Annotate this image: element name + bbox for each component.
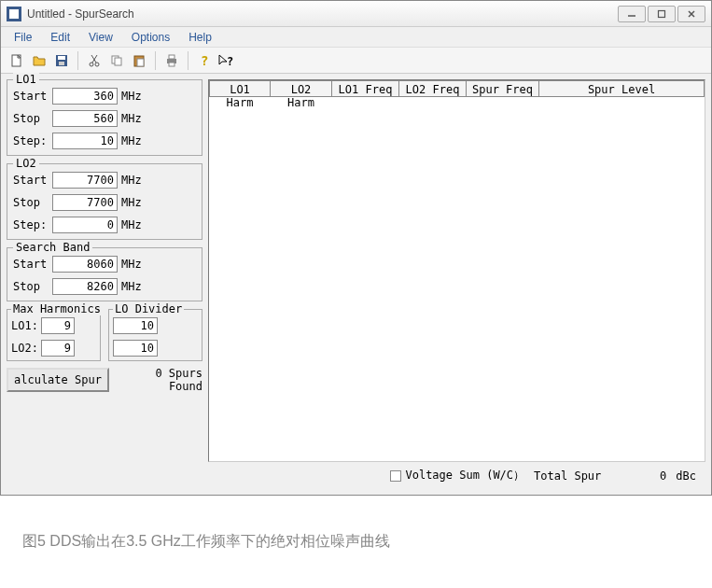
content-area: LO1 Start MHz Stop MHz Step: MHz	[1, 74, 711, 495]
svg-marker-5	[34, 57, 45, 65]
results-table: LO1 Harm LO2 Harm LO1 Freq LO2 Freq Spur…	[208, 79, 705, 462]
menubar: File Edit View Options Help	[1, 27, 711, 48]
svg-rect-8	[59, 62, 64, 65]
lo2-step-input[interactable]	[52, 217, 118, 233]
figure-caption: 图5 DDS输出在3.5 GHz工作频率下的绝对相位噪声曲线	[22, 532, 390, 552]
toolbar: ? ?	[1, 48, 711, 74]
menu-file[interactable]: File	[7, 29, 39, 46]
lodiv-group: LO Divider	[108, 309, 202, 361]
app-icon	[7, 7, 21, 21]
lo1-start-label: Start	[13, 90, 49, 103]
total-spur-value: 0	[610, 469, 666, 483]
total-spur-label: Total Spur	[534, 469, 601, 483]
col-spurfreq[interactable]: Spur Freq	[467, 80, 539, 97]
lo2-legend: LO2	[13, 157, 39, 170]
sb-stop-label: Stop	[13, 280, 49, 293]
lo1-legend: LO1	[13, 73, 39, 86]
lo2-step-unit: MHz	[121, 218, 146, 231]
lodiv-1-input[interactable]	[113, 317, 158, 334]
maxharm-legend: Max Harmonics	[11, 302, 103, 315]
menu-options[interactable]: Options	[124, 29, 177, 46]
print-button[interactable]	[161, 50, 182, 71]
copy-button[interactable]	[106, 50, 127, 71]
total-spur-unit: dBc	[676, 469, 696, 483]
menu-view[interactable]: View	[81, 29, 120, 46]
svg-rect-18	[169, 55, 175, 59]
right-panel: LO1 Harm LO2 Harm LO1 Freq LO2 Freq Spur…	[208, 79, 705, 489]
svg-marker-21	[219, 55, 227, 64]
lo1-stop-label: Stop	[13, 112, 49, 125]
sb-stop-unit: MHz	[121, 280, 146, 293]
lo1-step-label: Step:	[13, 134, 49, 147]
sb-start-label: Start	[13, 258, 49, 271]
svg-point-12	[95, 63, 99, 66]
maxharm-group: Max Harmonics LO1: LO2:	[7, 309, 101, 361]
col-lo1freq[interactable]: LO1 Freq	[332, 80, 399, 97]
cut-button[interactable]	[84, 50, 105, 71]
lo1-stop-input[interactable]	[52, 110, 118, 127]
window-controls	[618, 6, 705, 22]
maxharm-lo2-label: LO2:	[11, 342, 37, 355]
maxharm-lo1-input[interactable]	[41, 317, 75, 334]
about-button[interactable]: ?	[194, 50, 215, 71]
lo1-stop-unit: MHz	[121, 112, 146, 125]
lo2-step-label: Step:	[13, 218, 49, 231]
svg-rect-7	[58, 56, 65, 60]
col-lo2harm[interactable]: LO2 Harm	[271, 80, 332, 97]
open-button[interactable]	[29, 50, 49, 71]
lodiv-legend: LO Divider	[113, 302, 184, 315]
svg-text:?: ?	[227, 55, 233, 68]
spurs-found-text: 0 Spurs Found	[117, 367, 202, 394]
menu-help[interactable]: Help	[181, 29, 219, 46]
table-body	[209, 97, 705, 461]
svg-text:?: ?	[201, 53, 208, 68]
lo2-group: LO2 Start MHz Stop MHz Step: MHz	[7, 163, 202, 240]
svg-line-10	[92, 55, 97, 63]
minimize-button[interactable]	[618, 6, 646, 22]
table-header: LO1 Harm LO2 Harm LO1 Freq LO2 Freq Spur…	[209, 80, 705, 97]
close-button[interactable]	[677, 6, 705, 22]
status-row: Voltage Sum (W/C） Total Spur 0 dBc	[208, 462, 705, 489]
titlebar: Untitled - SpurSearch	[1, 1, 711, 27]
paste-button[interactable]	[129, 50, 149, 71]
col-spurlevel[interactable]: Spur Level	[539, 80, 705, 97]
col-lo2freq[interactable]: LO2 Freq	[399, 80, 467, 97]
lo2-stop-unit: MHz	[121, 196, 146, 209]
app-window: Untitled - SpurSearch File Edit View Opt…	[0, 0, 712, 496]
whats-this-button[interactable]: ?	[216, 50, 237, 71]
sb-stop-input[interactable]	[52, 278, 118, 295]
lo2-stop-input[interactable]	[52, 194, 118, 211]
menu-edit[interactable]: Edit	[43, 29, 77, 46]
calculate-spur-button[interactable]: alculate Spur	[7, 368, 109, 392]
sb-start-unit: MHz	[121, 258, 146, 271]
svg-rect-14	[115, 58, 121, 65]
left-panel: LO1 Start MHz Stop MHz Step: MHz	[7, 79, 202, 489]
maxharm-lo2-input[interactable]	[41, 340, 75, 357]
new-button[interactable]	[7, 50, 27, 71]
searchband-group: Search Band Start MHz Stop MHz	[7, 247, 202, 301]
lo1-step-unit: MHz	[121, 134, 146, 147]
lo2-start-label: Start	[13, 174, 49, 187]
lo2-start-input[interactable]	[52, 172, 118, 189]
svg-point-11	[90, 63, 93, 66]
searchband-legend: Search Band	[13, 241, 92, 254]
sb-start-input[interactable]	[52, 256, 118, 273]
maxharm-lo1-label: LO1:	[11, 319, 37, 332]
col-lo1harm[interactable]: LO1 Harm	[209, 80, 271, 97]
svg-line-9	[91, 55, 96, 63]
svg-rect-1	[659, 10, 665, 17]
svg-rect-19	[169, 63, 175, 66]
lo1-group: LO1 Start MHz Stop MHz Step: MHz	[7, 79, 202, 156]
voltage-sum-checkbox[interactable]: Voltage Sum (W/C）	[390, 468, 524, 483]
lodiv-2-input[interactable]	[113, 340, 158, 357]
lo2-start-unit: MHz	[121, 174, 146, 187]
lo1-start-unit: MHz	[121, 90, 146, 103]
lo2-stop-label: Stop	[13, 196, 49, 209]
window-title: Untitled - SpurSearch	[27, 7, 134, 21]
lo1-start-input[interactable]	[52, 88, 118, 105]
lo1-step-input[interactable]	[52, 133, 118, 149]
maximize-button[interactable]	[648, 6, 676, 22]
save-button[interactable]	[51, 50, 72, 71]
svg-rect-16	[137, 59, 144, 66]
